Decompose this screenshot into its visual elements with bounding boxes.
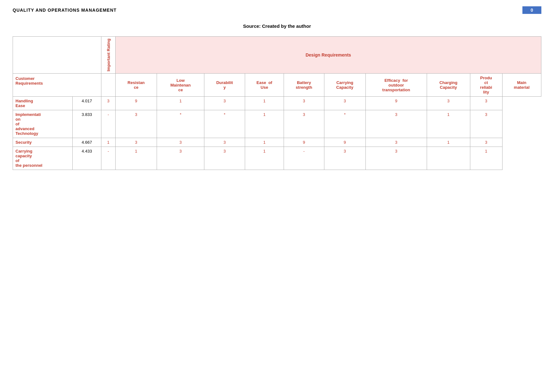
data-cell: [427, 147, 470, 170]
row-label-line: Carrying: [15, 149, 70, 154]
row-label-line: Handling: [15, 99, 70, 103]
col-carrying-capacity: CarryingCapacity: [324, 74, 365, 97]
data-cell: 3: [324, 147, 365, 170]
data-cell: 3: [204, 138, 245, 147]
row-label: ImplementationofadvancedTechnology: [13, 110, 73, 138]
data-cell: 9: [115, 97, 157, 110]
row-label: Security: [13, 138, 73, 147]
row-label-line: of: [15, 122, 70, 126]
data-cell: 1: [245, 97, 284, 110]
row-label-line: of: [15, 158, 70, 163]
important-rating-subheader: [101, 74, 116, 97]
important-rating-header: Important Rating: [101, 37, 116, 74]
source-title: Source: Created by the author: [13, 23, 541, 29]
data-cell: 1: [245, 138, 284, 147]
col-low-maintenance: LowMaintenance: [157, 74, 204, 97]
page-title: QUALITY AND OPERATIONS MANAGEMENT: [13, 8, 117, 13]
data-cell: 3: [365, 138, 427, 147]
data-cell: *: [204, 110, 245, 138]
data-cell: -: [101, 110, 116, 138]
row-label-line: capacity: [15, 154, 70, 158]
data-cell: 1: [245, 110, 284, 138]
requirements-label: Requirements: [15, 81, 99, 86]
rating-cell: 3.833: [72, 110, 101, 138]
row-label-line: Security: [15, 140, 70, 145]
rating-cell: 4.017: [72, 97, 101, 110]
data-cell: 3: [324, 97, 365, 110]
data-cell: 1: [245, 147, 284, 170]
row-label-line: Ease: [15, 103, 70, 108]
data-cell: 3: [365, 110, 427, 138]
data-cell: 3: [470, 97, 502, 110]
data-cell: 3: [470, 138, 502, 147]
row-label-line: on: [15, 117, 70, 122]
data-cell: 3: [115, 138, 157, 147]
rating-cell: 4.667: [72, 138, 101, 147]
data-cell: 3: [115, 110, 157, 138]
data-cell: 1: [115, 147, 157, 170]
badge: 0: [522, 6, 541, 14]
col-ease-of-use: Ease ofUse: [245, 74, 284, 97]
data-cell: 3: [284, 110, 324, 138]
data-cell: 3: [204, 97, 245, 110]
main-table: Important Rating Design Requirements Cus…: [13, 36, 541, 170]
data-cell: 3: [365, 147, 427, 170]
col-resistance: Resistance: [115, 74, 157, 97]
table-container: Important Rating Design Requirements Cus…: [13, 36, 541, 170]
data-cell: 3: [470, 110, 502, 138]
data-cell: 3: [204, 147, 245, 170]
data-cell: 3: [427, 97, 470, 110]
data-cell: 9: [324, 138, 365, 147]
col-product-reliability: Productreliability: [470, 74, 502, 97]
data-cell: 3: [101, 97, 116, 110]
row-label-line: advanced: [15, 126, 70, 131]
customer-requirements-header: Customer Requirements: [13, 74, 101, 97]
row-label: Carryingcapacityofthe personnel: [13, 147, 73, 170]
data-cell: 9: [284, 138, 324, 147]
customer-req-empty: [13, 37, 101, 74]
row-label: HandlingEase: [13, 97, 73, 110]
data-cell: 1: [427, 110, 470, 138]
row-label-line: the personnel: [15, 163, 70, 168]
data-cell: -: [101, 147, 116, 170]
data-cell: 3: [157, 147, 204, 170]
table-row: ImplementationofadvancedTechnology3.833-…: [13, 110, 541, 138]
col-battery-strength: Batterystrength: [284, 74, 324, 97]
rating-cell: 4.433: [72, 147, 101, 170]
data-cell: 1: [427, 138, 470, 147]
data-cell: *: [157, 110, 204, 138]
table-row: HandlingEase4.0173913133933: [13, 97, 541, 110]
table-row: Carryingcapacityofthe personnel4.433-133…: [13, 147, 541, 170]
data-cell: 9: [365, 97, 427, 110]
col-main-material: Mainmaterial: [502, 74, 541, 97]
row-label-line: Implementati: [15, 112, 70, 117]
top-bar: QUALITY AND OPERATIONS MANAGEMENT 0: [13, 6, 541, 14]
row-label-line: Technology: [15, 131, 70, 136]
design-req-header: Design Requirements: [115, 37, 541, 74]
data-cell: -: [284, 147, 324, 170]
table-row: Security4.6671333199313: [13, 138, 541, 147]
data-cell: 3: [157, 138, 204, 147]
data-cell: 1: [470, 147, 502, 170]
data-cell: 3: [284, 97, 324, 110]
customer-label: Customer: [15, 76, 99, 81]
data-cell: 1: [157, 97, 204, 110]
col-efficacy-outdoor: Efficacy foroutdoortransportation: [365, 74, 427, 97]
col-durability: Durability: [204, 74, 245, 97]
data-cell: *: [324, 110, 365, 138]
data-cell: 1: [101, 138, 116, 147]
col-charging-capacity: ChargingCapacity: [427, 74, 470, 97]
